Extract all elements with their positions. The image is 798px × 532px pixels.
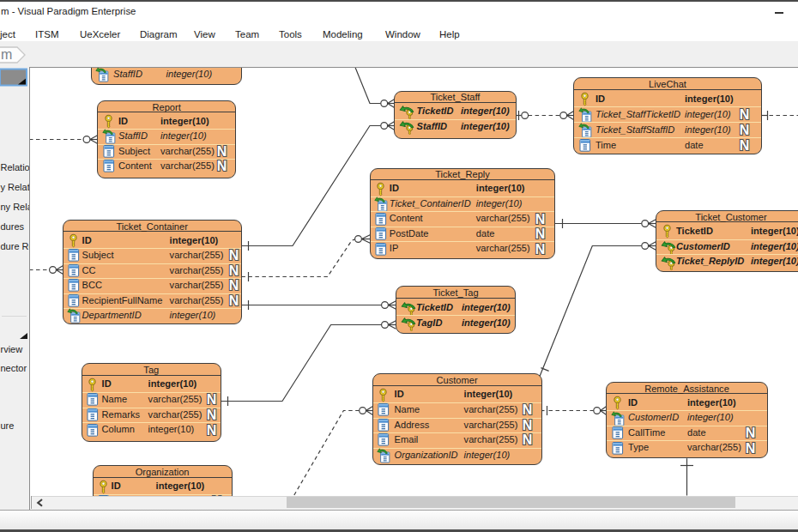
- svg-text:N: N: [522, 402, 532, 417]
- svg-text:N: N: [740, 107, 750, 122]
- svg-text:N: N: [740, 138, 750, 153]
- svg-text:N: N: [746, 426, 756, 440]
- svg-text:N: N: [229, 278, 239, 293]
- svg-text:N: N: [746, 441, 756, 456]
- svg-text:N: N: [535, 212, 546, 227]
- svg-text:N: N: [229, 263, 239, 278]
- svg-text:N: N: [535, 227, 546, 241]
- svg-text:N: N: [522, 418, 532, 432]
- svg-text:N: N: [207, 392, 217, 407]
- svg-text:N: N: [522, 432, 532, 447]
- svg-text:N: N: [217, 144, 227, 159]
- svg-text:N: N: [229, 248, 239, 263]
- svg-text:N: N: [207, 408, 217, 422]
- svg-text:N: N: [217, 159, 227, 173]
- svg-text:N: N: [229, 293, 239, 308]
- svg-text:N: N: [740, 123, 750, 137]
- svg-text:N: N: [535, 242, 546, 257]
- svg-text:N: N: [207, 423, 217, 438]
